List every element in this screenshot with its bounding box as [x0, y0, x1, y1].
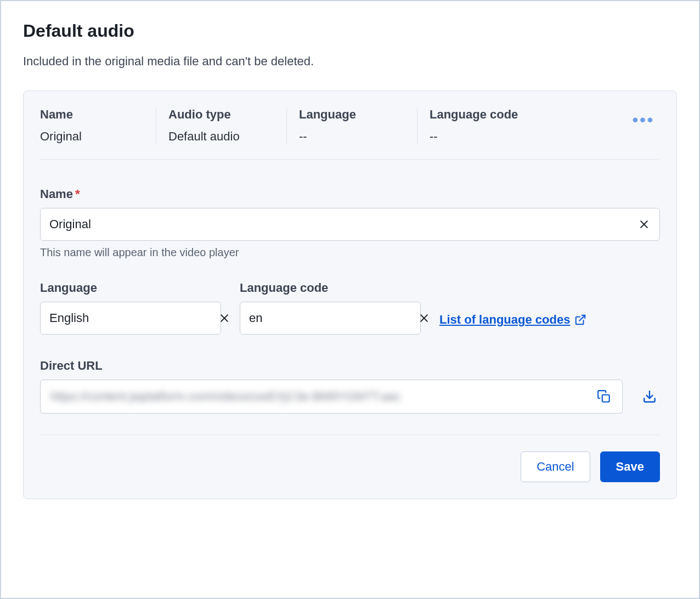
name-label-text: Name: [40, 187, 73, 201]
direct-url-box: https://content.jwplatform.com/videos/uw…: [40, 380, 623, 414]
summary-label-language: Language: [299, 108, 405, 122]
summary-value-language: --: [299, 129, 405, 144]
download-url-button[interactable]: [639, 386, 660, 407]
summary-value-name: Original: [40, 129, 144, 144]
close-icon: [639, 219, 650, 230]
language-label: Language: [40, 281, 221, 295]
language-codes-link-text: List of language codes: [439, 313, 570, 327]
direct-url-field-group: Direct URL https://content.jwplatform.co…: [40, 359, 660, 414]
close-icon: [419, 313, 430, 324]
audio-panel: Name Original Audio type Default audio L…: [23, 91, 677, 499]
language-code-field-group: Language code: [240, 281, 421, 335]
language-code-clear-button[interactable]: [409, 302, 439, 334]
actions-divider: [40, 434, 660, 435]
direct-url-value: https://content.jwplatform.com/videos/uw…: [50, 389, 586, 404]
external-link-icon: [574, 314, 586, 326]
download-icon: [642, 389, 657, 404]
name-field-group: Name* This name will appear in the video…: [40, 187, 660, 259]
language-input[interactable]: [41, 302, 209, 334]
page-subtitle: Included in the original media file and …: [23, 54, 677, 69]
required-star-icon: *: [75, 187, 80, 201]
name-input-wrap: [40, 208, 660, 241]
name-clear-button[interactable]: [629, 208, 659, 240]
language-code-input[interactable]: [240, 302, 409, 334]
summary-label-language-code: Language code: [430, 108, 615, 122]
close-icon: [219, 313, 230, 324]
name-help-text: This name will appear in the video playe…: [40, 246, 660, 259]
direct-url-label: Direct URL: [40, 359, 660, 373]
copy-url-button[interactable]: [594, 386, 614, 407]
summary-col-audio-type: Audio type Default audio: [168, 108, 287, 144]
summary-col-language: Language --: [299, 108, 417, 144]
actions-row: Cancel Save: [40, 451, 660, 482]
summary-label-audio-type: Audio type: [168, 108, 274, 122]
summary-value-language-code: --: [430, 129, 615, 144]
summary-label-name: Name: [40, 108, 144, 122]
language-clear-button[interactable]: [209, 302, 240, 334]
language-input-wrap: [40, 302, 221, 335]
svg-rect-7: [602, 395, 609, 402]
save-button[interactable]: Save: [600, 451, 660, 482]
language-code-label: Language code: [240, 281, 421, 295]
copy-icon: [597, 389, 611, 404]
summary-col-name: Name Original: [40, 108, 156, 144]
more-actions-icon[interactable]: •••: [633, 117, 655, 123]
name-input[interactable]: [41, 208, 629, 240]
language-field-group: Language: [40, 281, 221, 335]
name-label: Name*: [40, 187, 660, 201]
language-codes-link[interactable]: List of language codes: [439, 313, 586, 335]
page-title: Default audio: [23, 21, 677, 41]
summary-col-language-code: Language code --: [430, 108, 627, 144]
cancel-button[interactable]: Cancel: [521, 451, 590, 482]
svg-line-6: [580, 315, 585, 321]
language-code-input-wrap: [240, 302, 421, 335]
summary-row: Name Original Audio type Default audio L…: [40, 108, 660, 160]
summary-value-audio-type: Default audio: [168, 129, 274, 144]
